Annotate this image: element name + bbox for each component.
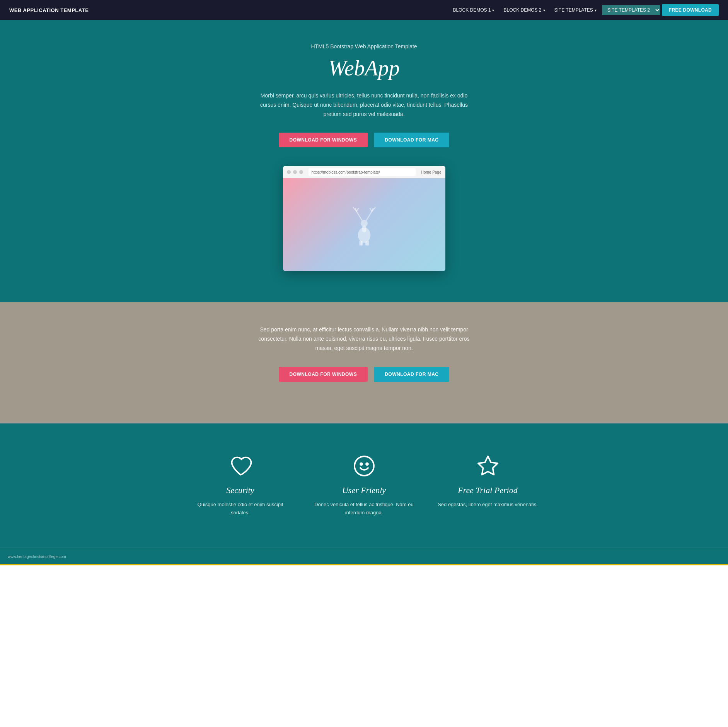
feature-free-trial: Free Trial Period Sed egestas, libero eg… xyxy=(438,454,538,517)
svg-point-2 xyxy=(361,220,368,227)
chevron-down-icon: ▾ xyxy=(492,8,494,12)
feature-security-text: Quisque molestie odio et enim suscipit s… xyxy=(190,501,291,517)
gray-download-mac-button[interactable]: DOWNLOAD FOR MAC xyxy=(374,367,449,382)
browser-dot-yellow xyxy=(293,170,297,174)
feature-user-friendly: User Frienly Donec vehicula et tellus ac… xyxy=(314,454,414,517)
nav-site-templates[interactable]: SITE TEMPLATES ▾ xyxy=(551,5,600,15)
smiley-icon xyxy=(353,454,376,478)
browser-dot-red xyxy=(287,170,291,174)
hero-btn-group: DOWNLOAD FOR WINDOWS DOWNLOAD FOR MAC xyxy=(8,133,720,147)
feature-security-icon-container xyxy=(190,454,291,478)
features-grid: Security Quisque molestie odio et enim s… xyxy=(190,454,538,517)
svg-point-16 xyxy=(360,463,362,465)
svg-point-15 xyxy=(355,456,374,476)
hero-text: Morbi semper, arcu quis varius ultricies… xyxy=(256,91,472,119)
svg-line-10 xyxy=(370,208,372,212)
feature-user-friendly-title: User Frienly xyxy=(314,485,414,495)
gray-section-text: Sed porta enim nunc, at efficitur lectus… xyxy=(256,325,472,353)
gray-btn-group: DOWNLOAD FOR WINDOWS DOWNLOAD FOR MAC xyxy=(8,367,720,382)
hero-download-mac-button[interactable]: DOWNLOAD FOR MAC xyxy=(374,133,449,147)
navbar: WEB APPLICATION TEMPLATE BLOCK DEMOS 1 ▾… xyxy=(0,0,728,20)
svg-line-3 xyxy=(356,212,362,220)
star-icon xyxy=(476,454,500,478)
deer-silhouette-icon xyxy=(347,203,382,246)
gray-section: Sed porta enim nunc, at efficitur lectus… xyxy=(0,302,728,423)
footer-text: www.heritagechristiancollege.com xyxy=(8,555,66,559)
svg-line-6 xyxy=(356,208,358,212)
hero-title: WebApp xyxy=(8,56,720,80)
chevron-down-icon: ▾ xyxy=(543,8,545,12)
navbar-links: BLOCK DEMOS 1 ▾ BLOCK DEMOS 2 ▾ SITE TEM… xyxy=(449,4,719,16)
nav-block-demos-1[interactable]: BLOCK DEMOS 1 ▾ xyxy=(449,5,498,15)
feature-user-friendly-icon-container xyxy=(314,454,414,478)
chevron-down-icon: ▾ xyxy=(595,8,597,12)
svg-rect-13 xyxy=(361,242,363,246)
svg-point-17 xyxy=(366,463,368,465)
browser-bar: https://mobicss.com/bootstrap-template/ … xyxy=(283,166,445,178)
feature-security-title: Security xyxy=(190,485,291,495)
features-section: Security Quisque molestie odio et enim s… xyxy=(0,423,728,548)
feature-free-trial-title: Free Trial Period xyxy=(438,485,538,495)
svg-rect-14 xyxy=(365,242,367,246)
hero-download-windows-button[interactable]: DOWNLOAD FOR WINDOWS xyxy=(279,133,368,147)
browser-url-bar: https://mobicss.com/bootstrap-template/ xyxy=(309,168,416,176)
footer: www.heritagechristiancollege.com xyxy=(0,548,728,564)
svg-line-7 xyxy=(366,212,372,220)
feature-security: Security Quisque molestie odio et enim s… xyxy=(190,454,291,517)
navbar-brand: WEB APPLICATION TEMPLATE xyxy=(9,7,89,13)
browser-home-label: Home Page xyxy=(421,170,442,174)
browser-content xyxy=(283,178,445,271)
feature-free-trial-text: Sed egestas, libero eget maximus venenat… xyxy=(438,501,538,509)
hero-section: HTML5 Bootstrap Web Application Template… xyxy=(0,20,728,302)
feature-free-trial-icon-container xyxy=(438,454,538,478)
svg-marker-18 xyxy=(478,456,498,475)
hero-subtitle: HTML5 Bootstrap Web Application Template xyxy=(8,43,720,49)
gray-download-windows-button[interactable]: DOWNLOAD FOR WINDOWS xyxy=(279,367,368,382)
site-templates-select[interactable]: SITE TEMPLATES 2 xyxy=(602,5,660,15)
feature-user-friendly-text: Donec vehicula et tellus ac tristique. N… xyxy=(314,501,414,517)
heart-icon xyxy=(229,454,252,478)
free-download-button[interactable]: FREE DOWNLOAD xyxy=(662,4,719,16)
browser-mockup: https://mobicss.com/bootstrap-template/ … xyxy=(283,166,445,271)
browser-dot-green xyxy=(299,170,303,174)
nav-block-demos-2[interactable]: BLOCK DEMOS 2 ▾ xyxy=(500,5,549,15)
